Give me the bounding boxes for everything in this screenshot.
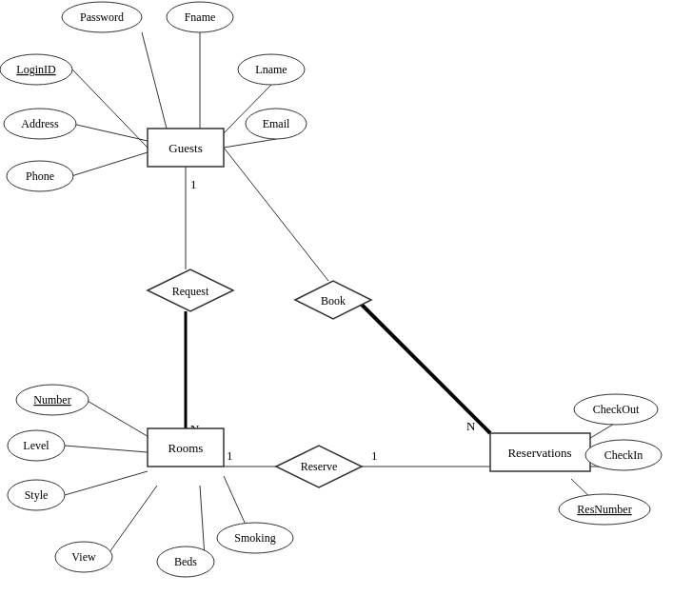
beds-label: Beds	[174, 555, 197, 568]
style-label: Style	[25, 488, 49, 502]
svg-line-17	[200, 486, 205, 557]
svg-line-14	[65, 446, 148, 452]
smoking-label: Smoking	[234, 531, 275, 545]
email-label: Email	[263, 117, 290, 130]
view-label: View	[71, 550, 96, 564]
er-diagram-svg: 1 N N 1 1	[0, 0, 693, 616]
cardinality-reserve-reservations-1: 1	[371, 448, 378, 463]
svg-line-15	[65, 471, 148, 495]
resnumber-label: ResNumber	[577, 503, 631, 516]
phone-label: Phone	[26, 169, 54, 183]
cardinality-rooms-reserve-1: 1	[227, 448, 233, 463]
svg-line-0	[72, 70, 148, 148]
lname-label: Lname	[255, 63, 287, 76]
cardinality-guests-request: 1	[190, 177, 197, 191]
svg-line-5	[72, 124, 148, 141]
svg-line-16	[109, 486, 157, 552]
fname-label: Fname	[185, 10, 216, 24]
book-label: Book	[321, 294, 346, 308]
svg-line-4	[224, 139, 276, 148]
password-label: Password	[80, 10, 124, 24]
checkout-label: CheckOut	[593, 403, 640, 416]
level-label: Level	[23, 439, 50, 452]
checkin-label: CheckIn	[604, 448, 644, 462]
svg-line-1	[142, 32, 167, 129]
number-label: Number	[33, 393, 70, 407]
guests-label: Guests	[168, 141, 202, 155]
svg-line-6	[71, 152, 148, 176]
request-label: Request	[172, 285, 209, 298]
rooms-label: Rooms	[168, 441, 204, 455]
reserve-label: Reserve	[301, 460, 338, 473]
svg-line-9	[224, 148, 328, 281]
er-diagram: 1 N N 1 1	[0, 0, 693, 616]
loginid-label: LoginID	[16, 63, 56, 76]
cardinality-book-reservations: N	[466, 419, 476, 433]
svg-line-10	[357, 300, 490, 433]
address-label: Address	[21, 117, 59, 130]
reservations-label: Reservations	[507, 446, 571, 460]
